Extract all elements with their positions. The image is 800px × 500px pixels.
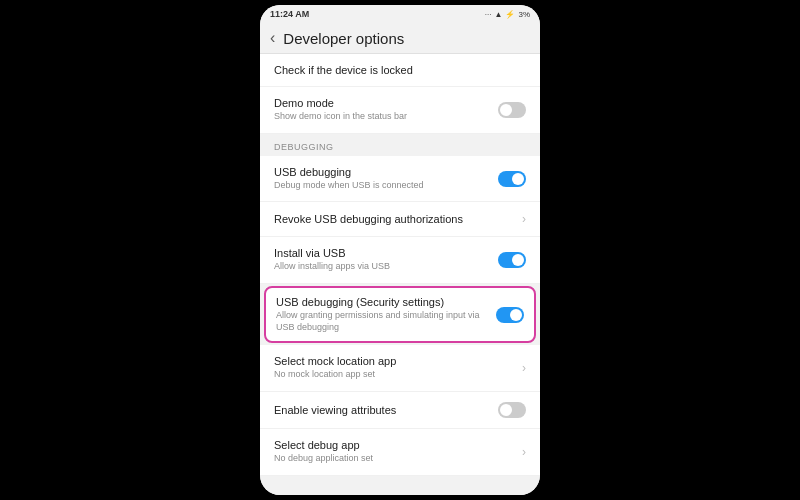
setting-title: Install via USB (274, 247, 490, 259)
setting-subtitle: Allow granting permissions and simulatin… (276, 310, 488, 333)
setting-subtitle: Show demo icon in the status bar (274, 111, 490, 123)
page-title: Developer options (283, 30, 404, 47)
demo-mode-toggle[interactable] (498, 102, 526, 118)
debugging-section: USB debugging Debug mode when USB is con… (260, 156, 540, 344)
status-icons: ··· ▲ ⚡ 3% (485, 10, 530, 19)
setting-subtitle: Debug mode when USB is connected (274, 180, 490, 192)
status-time: 11:24 AM (270, 9, 309, 19)
setting-item-install-usb[interactable]: Install via USB Allow installing apps vi… (260, 237, 540, 284)
battery-text: 3% (518, 10, 530, 19)
install-usb-toggle[interactable] (498, 252, 526, 268)
setting-subtitle: Allow installing apps via USB (274, 261, 490, 273)
wifi-icon: ▲ (495, 10, 503, 19)
usb-security-toggle[interactable] (496, 307, 524, 323)
setting-title: Enable viewing attributes (274, 404, 490, 416)
back-button[interactable]: ‹ (270, 29, 275, 47)
settings-content: Check if the device is locked Demo mode … (260, 54, 540, 495)
setting-title: Select debug app (274, 439, 514, 451)
chevron-icon: › (522, 445, 526, 459)
setting-item-viewing-attrs[interactable]: Enable viewing attributes (260, 392, 540, 429)
setting-item-usb-debugging[interactable]: USB debugging Debug mode when USB is con… (260, 156, 540, 203)
chevron-icon: › (522, 212, 526, 226)
usb-debugging-toggle[interactable] (498, 171, 526, 187)
top-section: Check if the device is locked Demo mode … (260, 54, 540, 134)
status-bar: 11:24 AM ··· ▲ ⚡ 3% (260, 5, 540, 23)
signal-icon: ··· (485, 10, 492, 19)
setting-item-usb-security[interactable]: USB debugging (Security settings) Allow … (264, 286, 536, 343)
setting-title: Check if the device is locked (274, 64, 526, 76)
setting-subtitle: No mock location app set (274, 369, 514, 381)
more-section: Select mock location app No mock locatio… (260, 345, 540, 475)
lightning-icon: ⚡ (505, 10, 515, 19)
top-bar: ‹ Developer options (260, 23, 540, 54)
setting-title: Demo mode (274, 97, 490, 109)
phone-frame: 11:24 AM ··· ▲ ⚡ 3% ‹ Developer options … (260, 5, 540, 495)
viewing-attrs-toggle[interactable] (498, 402, 526, 418)
setting-title: USB debugging (274, 166, 490, 178)
setting-title: Revoke USB debugging authorizations (274, 213, 514, 225)
debugging-section-label: DEBUGGING (260, 134, 540, 156)
setting-title: USB debugging (Security settings) (276, 296, 488, 308)
setting-item-revoke-usb[interactable]: Revoke USB debugging authorizations › (260, 202, 540, 237)
setting-item-check-locked[interactable]: Check if the device is locked (260, 54, 540, 87)
setting-item-mock-location[interactable]: Select mock location app No mock locatio… (260, 345, 540, 392)
chevron-icon: › (522, 361, 526, 375)
setting-item-debug-app[interactable]: Select debug app No debug application se… (260, 429, 540, 476)
setting-item-demo-mode[interactable]: Demo mode Show demo icon in the status b… (260, 87, 540, 134)
setting-subtitle: No debug application set (274, 453, 514, 465)
setting-title: Select mock location app (274, 355, 514, 367)
